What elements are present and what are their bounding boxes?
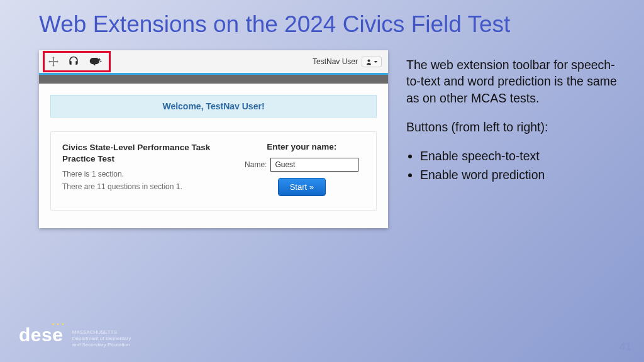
section-count: There is 1 section. — [62, 170, 229, 178]
explain-paragraph-2: Buttons (from left to right): — [406, 119, 620, 135]
user-icon — [365, 58, 372, 65]
user-menu-button[interactable] — [362, 57, 382, 67]
explanation-text: The web extension toolbar for speech-to-… — [406, 57, 620, 185]
page-number: 41 — [619, 341, 631, 353]
name-label: Name: — [245, 160, 267, 169]
svg-rect-3 — [100, 61, 102, 62]
explain-paragraph-1: The web extension toolbar for speech-to-… — [406, 57, 620, 106]
extension-toolbar-highlight — [43, 51, 111, 72]
testnav-screenshot: TestNav User Welcome, TestNav User! Civi… — [39, 50, 388, 228]
topbar-user: TestNav User — [313, 57, 382, 67]
slide-title: Web Extensions on the 2024 Civics Field … — [39, 11, 510, 38]
test-title: Civics State-Level Performance Task Prac… — [62, 142, 229, 165]
bullet-word-prediction: Enable word prediction — [420, 167, 620, 183]
svg-rect-1 — [99, 60, 101, 60]
logo-dots-icon: • • • — [52, 322, 64, 327]
bullet-speech-to-text: Enable speech-to-text — [420, 148, 620, 164]
divider-gray — [39, 75, 388, 84]
welcome-banner: Welcome, TestNav User! — [50, 95, 377, 118]
chevron-down-icon — [374, 60, 378, 64]
move-icon — [48, 57, 58, 67]
question-count: There are 11 questions in section 1. — [62, 182, 229, 191]
name-entry: Enter your name: Name: Start » — [239, 142, 365, 196]
start-button[interactable]: Start » — [278, 178, 326, 196]
name-input[interactable] — [270, 158, 358, 172]
slide: Web Extensions on the 2024 Civics Field … — [0, 0, 644, 362]
logo-brand: dese • • • — [19, 326, 63, 344]
test-panel: Civics State-Level Performance Task Prac… — [50, 131, 377, 211]
explain-bullets: Enable speech-to-text Enable word predic… — [406, 148, 620, 183]
screenshot-body: Welcome, TestNav User! Civics State-Leve… — [39, 84, 388, 217]
test-info: Civics State-Level Performance Task Prac… — [62, 142, 229, 196]
word-prediction-icon[interactable] — [89, 55, 103, 68]
name-row: Name: — [239, 158, 365, 172]
user-label: TestNav User — [313, 57, 358, 66]
headset-icon[interactable] — [67, 55, 80, 68]
screenshot-topbar: TestNav User — [39, 50, 388, 73]
logo-subtext: MASSACHUSETTS Department of Elementary a… — [72, 329, 131, 348]
enter-name-label: Enter your name: — [239, 142, 365, 151]
dese-logo: dese • • • MASSACHUSETTS Department of E… — [19, 326, 131, 348]
